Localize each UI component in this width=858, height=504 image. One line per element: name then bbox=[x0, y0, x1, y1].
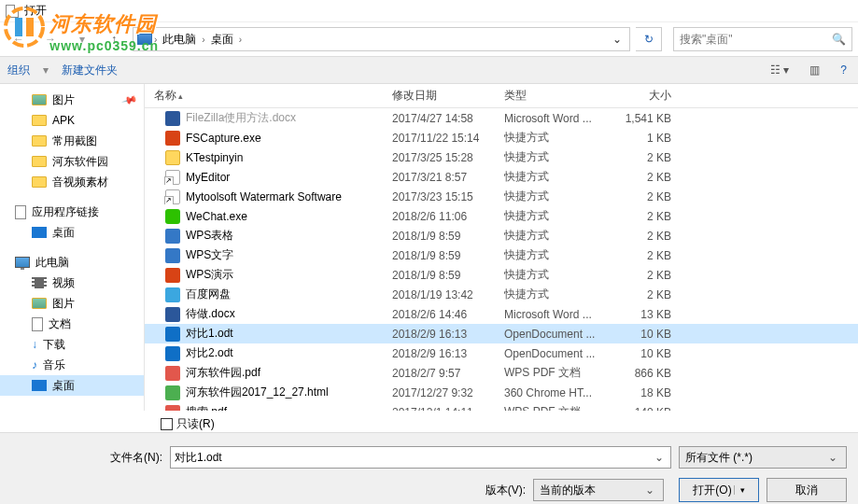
file-type: 快捷方式 bbox=[504, 169, 610, 185]
file-type: 360 Chrome HT... bbox=[504, 386, 610, 399]
file-date: 2018/2/6 11:06 bbox=[392, 210, 504, 223]
file-type: Microsoft Word ... bbox=[504, 308, 610, 321]
file-row[interactable]: 河东软件园2017_12_27.html2017/12/27 9:32360 C… bbox=[145, 383, 858, 402]
file-row[interactable]: FSCapture.exe2017/11/22 15:14快捷方式1 KB bbox=[145, 128, 858, 147]
file-row[interactable]: Mytoolsoft Watermark Software2017/3/23 1… bbox=[145, 187, 858, 206]
crumb-pc[interactable]: 此电脑 bbox=[159, 32, 200, 48]
filter-combo[interactable]: 所有文件 (*.*) ⌄ bbox=[679, 446, 847, 469]
filename-combo[interactable]: ⌄ bbox=[170, 446, 671, 469]
chevron-down-icon[interactable]: ▾ bbox=[734, 485, 745, 495]
download-icon: ↓ bbox=[32, 338, 37, 351]
file-type: 快捷方式 bbox=[504, 247, 610, 263]
back-button[interactable]: ← bbox=[6, 28, 32, 50]
organize-button[interactable]: 组织 bbox=[7, 63, 30, 78]
file-date: 2017/12/1 14:11 bbox=[392, 406, 504, 412]
file-type: 快捷方式 bbox=[504, 130, 610, 146]
chevron-down-icon[interactable]: ⌄ bbox=[652, 451, 667, 464]
file-type: WPS PDF 文档 bbox=[504, 365, 610, 381]
breadcrumb[interactable]: › 此电脑 › 桌面 › ⌄ bbox=[133, 27, 630, 51]
sidebar-item-applinks[interactable]: 应用程序链接 bbox=[0, 202, 144, 222]
file-row[interactable]: 搜索.pdf2017/12/1 14:11WPS PDF 文档140 KB bbox=[145, 402, 858, 411]
file-type: WPS PDF 文档 bbox=[504, 404, 610, 411]
file-name: Mytoolsoft Watermark Software bbox=[186, 190, 342, 203]
crumb-desktop[interactable]: 桌面 bbox=[207, 32, 237, 48]
file-date: 2018/2/7 9:57 bbox=[392, 367, 504, 380]
file-row[interactable]: MyEditor2017/3/21 8:57快捷方式2 KB bbox=[145, 167, 858, 187]
chevron-right-icon: › bbox=[202, 35, 204, 45]
search-icon[interactable]: 🔍 bbox=[832, 33, 846, 46]
music-icon: ♪ bbox=[32, 358, 37, 371]
help-button[interactable]: ? bbox=[837, 63, 851, 77]
file-date: 2018/1/19 13:42 bbox=[392, 288, 504, 301]
file-row[interactable]: FileZilla使用方法.docx2017/4/27 14:58Microso… bbox=[145, 108, 858, 128]
file-icon bbox=[165, 307, 180, 322]
chevron-down-icon: ⌄ bbox=[825, 451, 840, 464]
pin-icon: 📌 bbox=[121, 91, 139, 108]
sidebar-item-music[interactable]: ♪音乐 bbox=[0, 355, 144, 375]
refresh-button[interactable]: ↻ bbox=[636, 27, 662, 51]
col-date[interactable]: 修改日期 bbox=[392, 88, 504, 104]
app-icon bbox=[6, 5, 19, 18]
search-input[interactable]: 🔍 bbox=[673, 27, 852, 51]
readonly-checkbox[interactable] bbox=[161, 418, 173, 430]
file-row[interactable]: WPS演示2018/1/9 8:59快捷方式2 KB bbox=[145, 265, 858, 285]
open-button[interactable]: 打开(O)▾ bbox=[679, 478, 759, 502]
file-type: 快捷方式 bbox=[504, 208, 610, 224]
column-headers[interactable]: 名称▴ 修改日期 类型 大小 bbox=[145, 84, 858, 108]
file-name: 搜索.pdf bbox=[186, 404, 227, 411]
up-button[interactable]: ↑ bbox=[101, 28, 127, 50]
file-row[interactable]: 对比2.odt2018/2/9 16:13OpenDocument ...10 … bbox=[145, 343, 858, 363]
sidebar-item-docs[interactable]: 文档 bbox=[0, 314, 144, 334]
file-row[interactable]: 待做.docx2018/2/6 14:46Microsoft Word ...1… bbox=[145, 304, 858, 324]
col-type[interactable]: 类型 bbox=[504, 88, 610, 104]
pc-icon bbox=[137, 34, 152, 45]
sidebar-item-apk[interactable]: APK bbox=[0, 110, 144, 131]
file-name: 河东软件园.pdf bbox=[186, 365, 260, 381]
chevron-down-icon[interactable]: ⌄ bbox=[609, 33, 626, 46]
desktop-icon bbox=[32, 380, 47, 391]
sidebar-item-av[interactable]: 音视频素材 bbox=[0, 172, 144, 192]
file-row[interactable]: KTestpinyin2017/3/25 15:28快捷方式2 KB bbox=[145, 147, 858, 167]
sidebar-item-video[interactable]: 视频 bbox=[0, 273, 144, 293]
recent-button[interactable]: ▾ bbox=[69, 28, 95, 50]
forward-button[interactable]: → bbox=[37, 28, 63, 50]
sidebar-item-hedong[interactable]: 河东软件园 bbox=[0, 151, 144, 172]
col-size[interactable]: 大小 bbox=[610, 88, 675, 104]
file-name: WeChat.exe bbox=[186, 210, 247, 223]
sidebar-item-desktop2[interactable]: 桌面 bbox=[0, 375, 144, 396]
file-row[interactable]: WPS文字2018/1/9 8:59快捷方式2 KB bbox=[145, 245, 858, 265]
file-icon bbox=[165, 248, 180, 263]
cancel-button[interactable]: 取消 bbox=[767, 478, 847, 502]
file-date: 2017/12/27 9:32 bbox=[392, 386, 504, 399]
file-date: 2018/2/9 16:13 bbox=[392, 328, 504, 341]
file-icon bbox=[165, 327, 180, 342]
file-date: 2018/1/9 8:59 bbox=[392, 230, 504, 243]
sidebar-item-downloads[interactable]: ↓下载 bbox=[0, 334, 144, 355]
file-row[interactable]: 对比1.odt2018/2/9 16:13OpenDocument ...10 … bbox=[145, 324, 858, 343]
file-date: 2017/11/22 15:14 bbox=[392, 132, 504, 145]
search-field[interactable] bbox=[680, 33, 832, 46]
sidebar-item-screenshots[interactable]: 常用截图 bbox=[0, 131, 144, 151]
file-size: 2 KB bbox=[610, 190, 675, 203]
preview-pane-button[interactable]: ▥ bbox=[806, 63, 823, 77]
pictures-icon bbox=[32, 94, 47, 105]
filename-input[interactable] bbox=[175, 451, 652, 464]
newfolder-button[interactable]: 新建文件夹 bbox=[62, 63, 118, 78]
sidebar-item-pictures[interactable]: 图片📌 bbox=[0, 90, 144, 110]
readonly-label: 只读(R) bbox=[176, 416, 215, 432]
sidebar-item-thispc[interactable]: 此电脑 bbox=[0, 252, 144, 273]
file-row[interactable]: 百度网盘2018/1/19 13:42快捷方式2 KB bbox=[145, 285, 858, 304]
file-date: 2017/4/27 14:58 bbox=[392, 112, 504, 125]
col-name[interactable]: 名称▴ bbox=[145, 88, 392, 104]
sidebar-item-pictures2[interactable]: 图片 bbox=[0, 293, 144, 314]
view-options-button[interactable]: ☷ ▾ bbox=[767, 63, 793, 77]
sidebar-item-desktop[interactable]: 桌面 bbox=[0, 222, 144, 243]
file-size: 2 KB bbox=[610, 230, 675, 243]
file-row[interactable]: WPS表格2018/1/9 8:59快捷方式2 KB bbox=[145, 226, 858, 245]
version-combo[interactable]: 当前的版本 ⌄ bbox=[533, 479, 664, 501]
file-name: 对比1.odt bbox=[186, 326, 233, 342]
file-name: KTestpinyin bbox=[186, 151, 243, 164]
file-size: 2 KB bbox=[610, 249, 675, 262]
file-row[interactable]: WeChat.exe2018/2/6 11:06快捷方式2 KB bbox=[145, 206, 858, 226]
file-row[interactable]: 河东软件园.pdf2018/2/7 9:57WPS PDF 文档866 KB bbox=[145, 363, 858, 383]
